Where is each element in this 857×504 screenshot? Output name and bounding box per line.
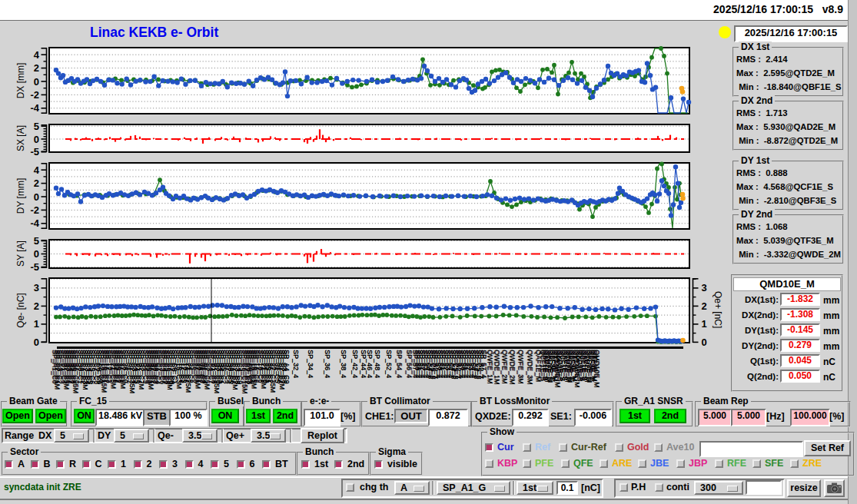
svg-text:0: 0 — [34, 134, 39, 145]
svg-text:DX [mm]: DX [mm] — [15, 63, 26, 99]
svg-text:-5: -5 — [30, 261, 39, 273]
svg-text:SP_38_4: SP_38_4 — [340, 350, 347, 378]
svg-text:SY [A]: SY [A] — [15, 240, 26, 267]
svg-text:SP_A4_C9: SP_A4_C9 — [283, 350, 291, 384]
svg-text:0: 0 — [702, 337, 707, 348]
svg-text:0: 0 — [34, 191, 39, 203]
svg-text:QWFE_3M: QWFE_3M — [517, 350, 525, 384]
svg-text:Qe- [nC]: Qe- [nC] — [15, 293, 26, 327]
svg-text:SP_32_4: SP_32_4 — [292, 350, 300, 378]
svg-text:SP_54_4: SP_54_4 — [396, 350, 404, 378]
svg-text:-4: -4 — [30, 217, 39, 229]
svg-text:2: 2 — [34, 62, 39, 74]
svg-text:2: 2 — [702, 300, 707, 312]
svg-text:QMD10E_M: QMD10E_M — [593, 350, 601, 388]
svg-text:0: 0 — [34, 337, 39, 348]
svg-text:3: 3 — [34, 282, 39, 293]
svg-text:2: 2 — [34, 177, 39, 189]
svg-text:4: 4 — [34, 164, 40, 176]
svg-text:2: 2 — [34, 300, 39, 312]
svg-text:QWDE_2M: QWDE_2M — [509, 350, 517, 385]
svg-text:5: 5 — [34, 121, 39, 132]
svg-text:DY [mm]: DY [mm] — [15, 178, 26, 214]
svg-text:-2: -2 — [30, 204, 39, 216]
svg-text:SP_42_4: SP_42_4 — [351, 350, 359, 378]
svg-text:Qe+ [nC]: Qe+ [nC] — [713, 291, 723, 328]
svg-text:1: 1 — [702, 318, 707, 330]
svg-text:4: 4 — [34, 49, 40, 61]
svg-text:SP_34_4: SP_34_4 — [307, 350, 314, 378]
svg-text:QWDE_1M: QWDE_1M — [493, 350, 501, 385]
svg-text:SP_52_4: SP_52_4 — [385, 350, 393, 378]
svg-text:0: 0 — [34, 76, 39, 88]
svg-text:SP_36_4: SP_36_4 — [324, 350, 331, 378]
svg-text:-5: -5 — [30, 146, 39, 158]
svg-text:1: 1 — [34, 318, 39, 330]
svg-text:QWFE_2M: QWFE_2M — [501, 350, 509, 384]
svg-text:QWDE_3M: QWDE_3M — [526, 350, 534, 385]
svg-text:3: 3 — [702, 282, 707, 293]
svg-text:SX [A]: SX [A] — [15, 125, 26, 151]
svg-text:-4: -4 — [30, 102, 39, 114]
svg-text:SP_48_4: SP_48_4 — [374, 350, 381, 378]
svg-text:-2: -2 — [30, 89, 39, 101]
svg-text:QWFE_1M: QWFE_1M — [487, 350, 494, 384]
svg-text:5: 5 — [34, 235, 39, 247]
svg-text:SP_46_4: SP_46_4 — [366, 350, 374, 378]
svg-text:0: 0 — [34, 248, 39, 260]
